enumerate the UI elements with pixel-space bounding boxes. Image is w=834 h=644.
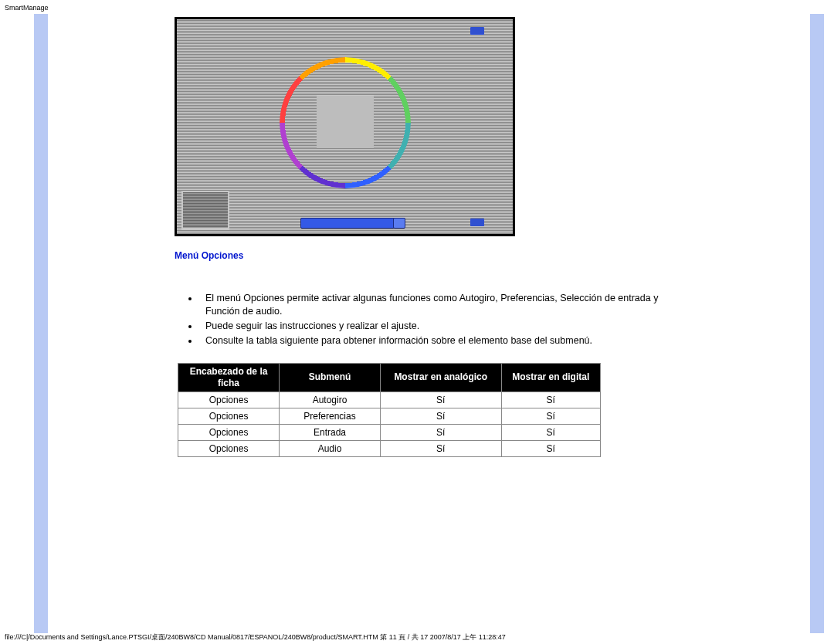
page-footer-path: file:///C|/Documents and Settings/Lance.… bbox=[5, 632, 506, 642]
cell-tab: Opciones bbox=[178, 408, 280, 424]
cell-analog: Sí bbox=[380, 391, 501, 408]
table-row: Opciones Entrada Sí Sí bbox=[178, 424, 601, 440]
cell-tab: Opciones bbox=[178, 440, 280, 456]
left-decorative-stripe bbox=[34, 14, 48, 633]
cell-submenu: Audio bbox=[280, 440, 381, 456]
main-content: Menú Opciones El menú Opciones permite a… bbox=[175, 17, 686, 457]
thumbnail-panel bbox=[181, 191, 229, 229]
section-title: Menú Opciones bbox=[175, 250, 686, 261]
col-header-digital: Mostrar en digital bbox=[501, 363, 600, 391]
bullet-list: El menú Opciones permite activar algunas… bbox=[175, 292, 686, 347]
table-header-row: Encabezado de la ficha Submenú Mostrar e… bbox=[178, 363, 601, 391]
cell-digital: Sí bbox=[501, 440, 600, 456]
cell-analog: Sí bbox=[380, 424, 501, 440]
cell-digital: Sí bbox=[501, 408, 600, 424]
cell-submenu: Autogiro bbox=[280, 391, 381, 408]
cell-digital: Sí bbox=[501, 424, 600, 440]
cell-submenu: Entrada bbox=[280, 424, 381, 440]
cell-analog: Sí bbox=[380, 440, 501, 456]
table-row: Opciones Audio Sí Sí bbox=[178, 440, 601, 456]
cell-submenu: Preferencias bbox=[280, 408, 381, 424]
list-item: Consulte la tabla siguiente para obtener… bbox=[199, 334, 686, 347]
table-row: Opciones Preferencias Sí Sí bbox=[178, 408, 601, 424]
page-header-label: SmartManage bbox=[5, 4, 49, 12]
right-decorative-stripe bbox=[810, 14, 824, 633]
cell-digital: Sí bbox=[501, 391, 600, 408]
inner-taskbar bbox=[300, 218, 395, 229]
center-square bbox=[317, 96, 374, 148]
bottom-marker-icon bbox=[470, 219, 484, 226]
options-table: Encabezado de la ficha Submenú Mostrar e… bbox=[178, 363, 601, 457]
top-marker-icon bbox=[470, 27, 484, 35]
list-item: Puede seguir las instrucciones y realiza… bbox=[199, 320, 686, 333]
col-header-tab: Encabezado de la ficha bbox=[178, 363, 280, 391]
cell-tab: Opciones bbox=[178, 424, 280, 440]
cell-tab: Opciones bbox=[178, 391, 280, 408]
test-pattern-image bbox=[175, 17, 515, 236]
table-row: Opciones Autogiro Sí Sí bbox=[178, 391, 601, 408]
list-item: El menú Opciones permite activar algunas… bbox=[199, 292, 686, 318]
inner-tray bbox=[393, 218, 405, 229]
col-header-analog: Mostrar en analógico bbox=[380, 363, 501, 391]
col-header-submenu: Submenú bbox=[280, 363, 381, 391]
cell-analog: Sí bbox=[380, 408, 501, 424]
